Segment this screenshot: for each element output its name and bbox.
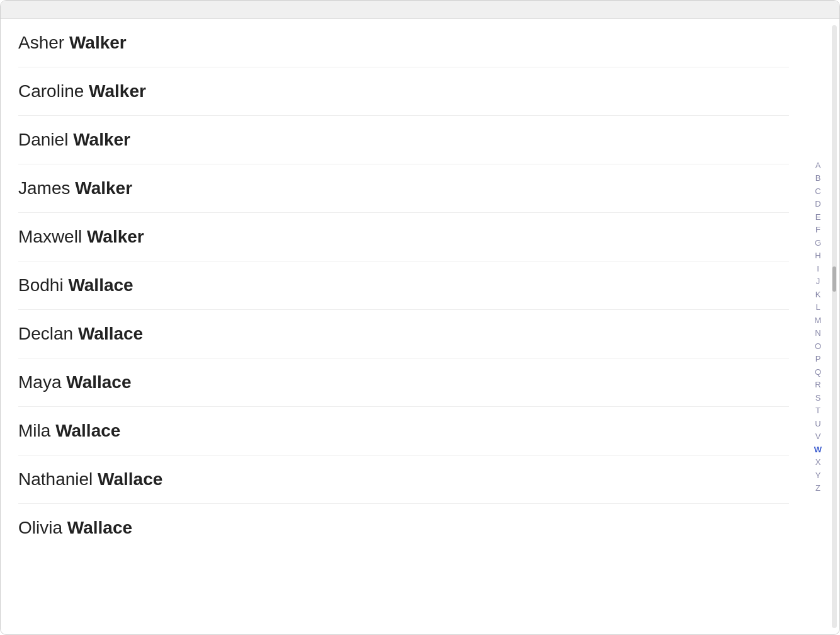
alpha-letter-q[interactable]: Q bbox=[815, 366, 821, 379]
contact-name: Daniel Walker bbox=[18, 130, 130, 149]
contact-name: Olivia Wallace bbox=[18, 518, 132, 537]
alpha-letter-m[interactable]: M bbox=[815, 314, 822, 327]
alpha-letter-e[interactable]: E bbox=[815, 211, 821, 224]
alpha-letter-f[interactable]: F bbox=[815, 224, 820, 236]
alpha-letter-n[interactable]: N bbox=[815, 327, 820, 340]
alpha-letter-l[interactable]: L bbox=[815, 301, 820, 314]
alpha-letter-h[interactable]: H bbox=[815, 249, 820, 262]
alpha-letter-i[interactable]: I bbox=[817, 263, 819, 275]
contact-name: James Walker bbox=[18, 178, 132, 198]
alpha-letter-g[interactable]: G bbox=[815, 237, 821, 249]
alpha-letter-x[interactable]: X bbox=[815, 456, 821, 469]
alpha-letter-t[interactable]: T bbox=[815, 404, 820, 417]
contact-name: Bodhi Wallace bbox=[18, 275, 133, 295]
alpha-letter-r[interactable]: R bbox=[815, 379, 820, 391]
alpha-letter-p[interactable]: P bbox=[815, 353, 821, 365]
list-item[interactable]: Maxwell Walker bbox=[18, 213, 789, 261]
contact-name: Asher Walker bbox=[18, 33, 127, 52]
alpha-letter-w[interactable]: W bbox=[814, 443, 822, 456]
content-area: Asher WalkerCaroline WalkerDaniel Walker… bbox=[1, 19, 839, 634]
list-item[interactable]: Nathaniel Wallace bbox=[18, 455, 789, 504]
alpha-letter-b[interactable]: B bbox=[815, 172, 821, 185]
list-item[interactable]: Daniel Walker bbox=[18, 116, 789, 164]
list-item[interactable]: Caroline Walker bbox=[18, 67, 789, 116]
alpha-letter-o[interactable]: O bbox=[815, 340, 821, 353]
alpha-letter-d[interactable]: D bbox=[815, 198, 820, 210]
alpha-letter-k[interactable]: K bbox=[815, 289, 821, 301]
scrollbar-thumb bbox=[832, 266, 836, 292]
contact-name: Maya Wallace bbox=[18, 372, 132, 392]
alpha-letter-y[interactable]: Y bbox=[815, 469, 821, 482]
list-item[interactable]: Bodhi Wallace bbox=[18, 261, 789, 310]
alpha-letter-s[interactable]: S bbox=[815, 392, 821, 404]
alpha-letter-a[interactable]: A bbox=[815, 159, 821, 172]
alpha-letter-z[interactable]: Z bbox=[815, 482, 820, 495]
contact-name: Caroline Walker bbox=[18, 81, 146, 101]
list-item[interactable]: James Walker bbox=[18, 164, 789, 213]
contact-name: Declan Wallace bbox=[18, 324, 143, 343]
alpha-letter-c[interactable]: C bbox=[815, 185, 820, 198]
scrollbar-track bbox=[832, 25, 837, 628]
list-item[interactable]: Olivia Wallace bbox=[18, 504, 789, 552]
alpha-letter-u[interactable]: U bbox=[815, 418, 820, 430]
contacts-list: Asher WalkerCaroline WalkerDaniel Walker… bbox=[1, 19, 807, 634]
list-item[interactable]: Asher Walker bbox=[18, 19, 789, 67]
list-item[interactable]: Declan Wallace bbox=[18, 310, 789, 358]
contact-name: Mila Wallace bbox=[18, 421, 120, 440]
alpha-letter-j[interactable]: J bbox=[816, 275, 820, 288]
section-header bbox=[1, 1, 839, 19]
alphabet-index[interactable]: ABCDEFGHIJKLMNOPQRSTUVWXYZ bbox=[807, 19, 829, 634]
contact-name: Nathaniel Wallace bbox=[18, 469, 162, 489]
list-item[interactable]: Mila Wallace bbox=[18, 407, 789, 455]
list-item[interactable]: Maya Wallace bbox=[18, 358, 789, 407]
alpha-letter-v[interactable]: V bbox=[815, 430, 821, 443]
main-container: Asher WalkerCaroline WalkerDaniel Walker… bbox=[0, 0, 840, 635]
contact-name: Maxwell Walker bbox=[18, 227, 144, 246]
